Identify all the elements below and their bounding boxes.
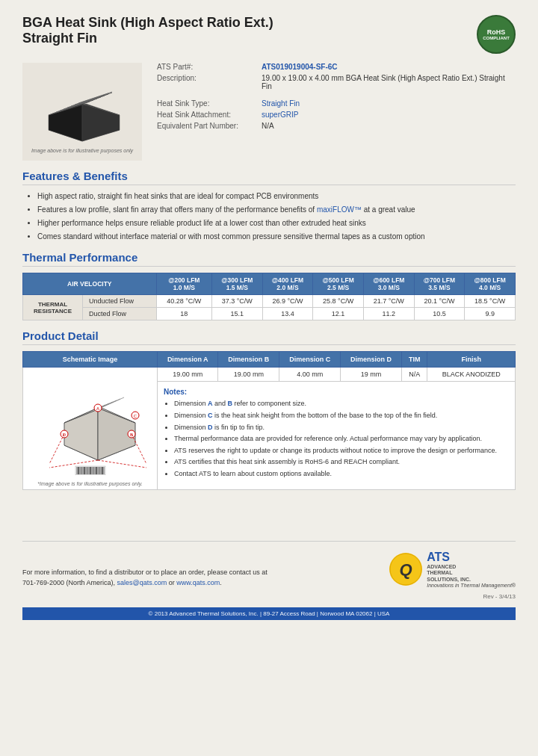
thermal-row-ducted: Ducted Flow 18 15.1 13.4 12.1 11.2 10.5 …	[23, 308, 516, 320]
rohs-label: RoHS	[487, 28, 506, 36]
dim-b-value: 19.00 mm	[218, 368, 279, 382]
tim-value: N/A	[402, 368, 427, 382]
feature-item-1: High aspect ratio, straight fin heat sin…	[37, 191, 516, 202]
thermal-resistance-label: THERMAL RESISTANCE	[23, 295, 83, 320]
features-list: High aspect ratio, straight fin heat sin…	[22, 191, 516, 242]
equiv-label: Equivalent Part Number:	[157, 122, 262, 130]
col-header-4: @600 LFM3.0 M/S	[363, 273, 414, 295]
copyright-bar: © 2013 Advanced Thermal Solutions, Inc. …	[22, 607, 516, 620]
footer-contact-line1: For more information, to find a distribu…	[22, 568, 268, 578]
rohs-sublabel: COMPLIANT	[483, 36, 510, 40]
schematic-cell: D A B C	[23, 368, 158, 490]
header-section: BGA Heat Sink (High Aspect Ratio Ext.) S…	[22, 15, 516, 54]
notes-list: Dimension A and B refer to component siz…	[164, 399, 509, 478]
page-container: BGA Heat Sink (High Aspect Ratio Ext.) S…	[0, 0, 538, 635]
attach-value: superGRIP	[262, 111, 298, 119]
ducted-val-6: 9.9	[465, 308, 516, 320]
feature-item-3: Higher performance helps ensure reliable…	[37, 218, 516, 229]
footer-section: For more information, to find a distribu…	[22, 541, 516, 588]
dim-b-header: Dimension B	[218, 352, 279, 368]
finish-value: BLACK ANODIZED	[427, 368, 516, 382]
schematic-note: *Image above is for illustrative purpose…	[27, 481, 153, 486]
thermal-table: AIR VELOCITY @200 LFM1.0 M/S @300 LFM1.5…	[22, 273, 516, 320]
ats-logo: Q ATS ADVANCED THERMAL SOLUTIONS, INC. I…	[389, 551, 516, 588]
unducted-flow-label: Unducted Flow	[83, 295, 157, 308]
spec-attachment: Heat Sink Attachment: superGRIP	[157, 111, 516, 119]
equiv-value: N/A	[262, 122, 274, 130]
ducted-val-4: 11.2	[363, 308, 414, 320]
ducted-val-5: 10.5	[414, 308, 465, 320]
desc-label: Description:	[157, 74, 262, 82]
dim-a-header: Dimension A	[158, 352, 218, 368]
part-label: ATS Part#:	[157, 63, 262, 71]
note-3: Dimension D is fin tip to fin tip.	[174, 423, 509, 433]
spec-description: Description: 19.00 x 19.00 x 4.00 mm BGA…	[157, 74, 516, 90]
col-header-0: @200 LFM1.0 M/S	[156, 273, 211, 295]
air-velocity-header: AIR VELOCITY	[23, 273, 157, 295]
spec-part-number: ATS Part#: ATS019019004-SF-6C	[157, 63, 516, 71]
svg-text:D: D	[62, 433, 66, 437]
detail-table: Schematic Image Dimension A Dimension B …	[22, 351, 516, 490]
svg-text:B: B	[129, 433, 132, 437]
feature-item-4: Comes standard without interface materia…	[37, 232, 516, 242]
schema-header: Schematic Image	[23, 352, 158, 368]
dim-d-header: Dimension D	[341, 352, 402, 368]
schematic-svg: D A B C	[34, 371, 146, 475]
heatsink-illustration	[34, 70, 131, 145]
title-line1: BGA Heat Sink (High Aspect Ratio Ext.)	[22, 15, 273, 31]
unducted-val-1: 37.3 °C/W	[211, 295, 262, 308]
features-title: Features & Benefits	[22, 170, 516, 185]
rohs-badge: RoHS COMPLIANT	[477, 15, 516, 54]
note-1: Dimension A and B refer to component siz…	[174, 399, 509, 409]
ducted-val-0: 18	[156, 308, 211, 320]
part-value: ATS019019004-SF-6C	[262, 63, 338, 71]
ducted-flow-label: Ducted Flow	[83, 308, 157, 320]
product-info-section: Image above is for illustrative purposes…	[22, 63, 516, 161]
ats-acronym: ATS	[427, 551, 516, 564]
footer-email[interactable]: sales@qats.com	[117, 579, 167, 586]
desc-value: 19.00 x 19.00 x 4.00 mm BGA Heat Sink (H…	[262, 74, 516, 90]
svg-line-39	[132, 434, 146, 464]
dim-c-value: 4.00 mm	[279, 368, 341, 382]
product-image-box: Image above is for illustrative purposes…	[22, 63, 142, 161]
product-image-note: Image above is for illustrative purposes…	[31, 148, 133, 153]
svg-text:Q: Q	[400, 560, 412, 579]
unducted-val-2: 26.9 °C/W	[262, 295, 313, 308]
notes-cell: Notes: Dimension A and B refer to compon…	[158, 382, 516, 490]
unducted-val-0: 40.28 °C/W	[156, 295, 211, 308]
svg-line-18	[78, 92, 112, 103]
note-6: ATS certifies that this heat sink assemb…	[174, 457, 509, 467]
ducted-val-1: 15.1	[211, 308, 262, 320]
unducted-val-3: 25.8 °C/W	[313, 295, 364, 308]
ats-company-line1: ADVANCED THERMAL SOLUTIONS, INC.	[427, 564, 516, 583]
unducted-val-4: 21.7 °C/W	[363, 295, 414, 308]
col-header-2: @400 LFM2.0 M/S	[262, 273, 313, 295]
spec-equiv-part: Equivalent Part Number: N/A	[157, 122, 516, 130]
hs-type-value: Straight Fin	[262, 99, 300, 108]
rev-text: Rev - 3/4/13	[483, 593, 516, 600]
footer-website[interactable]: www.qats.com	[176, 579, 220, 586]
col-header-1: @300 LFM1.5 M/S	[211, 273, 262, 295]
note-2: Dimension C is the heat sink height from…	[174, 411, 509, 421]
detail-dimensions-row: D A B C	[23, 368, 516, 382]
note-5: ATS reserves the right to update or chan…	[174, 446, 509, 456]
ats-name: ATS ADVANCED THERMAL SOLUTIONS, INC. Inn…	[427, 551, 516, 588]
footer-contact-line2: 701-769-2000 (North America), sales@qats…	[22, 578, 268, 589]
svg-line-38	[49, 434, 64, 464]
attach-label: Heat Sink Attachment:	[157, 111, 262, 119]
col-header-6: @800 LFM4.0 M/S	[465, 273, 516, 295]
col-header-3: @500 LFM2.5 M/S	[313, 273, 364, 295]
ats-q-icon: Q	[389, 553, 422, 586]
hs-type-label: Heat Sink Type:	[157, 99, 262, 108]
unducted-val-5: 20.1 °C/W	[414, 295, 465, 308]
feature-item-2: Features a low profile, slant fin array …	[37, 205, 516, 215]
tim-header: TIM	[402, 352, 427, 368]
note-7: Contact ATS to learn about custom option…	[174, 469, 509, 479]
svg-text:A: A	[96, 406, 99, 411]
ats-tagline: Innovations in Thermal Management®	[427, 583, 516, 588]
title-line2: Straight Fin	[22, 31, 273, 46]
dim-c-header: Dimension C	[279, 352, 341, 368]
ducted-val-2: 13.4	[262, 308, 313, 320]
col-header-5: @700 LFM3.5 M/S	[414, 273, 465, 295]
svg-text:C: C	[133, 414, 137, 418]
